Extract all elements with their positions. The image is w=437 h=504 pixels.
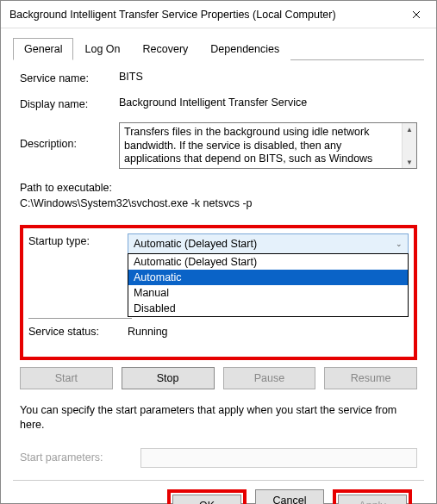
start-params-note: You can specify the start parameters tha… xyxy=(20,403,417,432)
startup-option-delayed[interactable]: Automatic (Delayed Start) xyxy=(128,254,408,270)
description-label: Description: xyxy=(20,122,119,150)
startup-selected[interactable]: Automatic (Delayed Start) ⌄ xyxy=(128,233,409,254)
scroll-down-icon[interactable]: ▼ xyxy=(403,156,415,168)
cancel-button[interactable]: Cancel xyxy=(255,489,324,504)
startup-options-list: Automatic (Delayed Start) Automatic Manu… xyxy=(128,253,409,317)
dialog-footer: OK Cancel Apply xyxy=(13,489,424,504)
resume-button[interactable]: Resume xyxy=(324,367,417,389)
footer-separator xyxy=(13,480,424,481)
path-block: Path to executable: C:\Windows\System32\… xyxy=(20,181,417,211)
service-status-row: Service status: Running xyxy=(28,326,409,338)
tab-dependencies[interactable]: Dependencies xyxy=(199,38,290,60)
titlebar: Background Intelligent Transfer Service … xyxy=(1,1,436,28)
start-params-row: Start parameters: xyxy=(20,448,417,468)
service-name-value: BITS xyxy=(119,71,417,83)
service-status-value: Running xyxy=(128,326,168,338)
tab-general[interactable]: General xyxy=(13,38,73,60)
path-value: C:\Windows\System32\svchost.exe -k netsv… xyxy=(20,196,417,212)
scroll-up-icon[interactable]: ▲ xyxy=(403,123,415,135)
description-row: Description: Transfers files in the back… xyxy=(20,122,417,169)
description-box: Transfers files in the background using … xyxy=(119,122,417,169)
service-name-row: Service name: BITS xyxy=(20,71,417,84)
startup-label: Startup type: xyxy=(28,233,128,247)
chevron-down-icon: ⌄ xyxy=(396,240,403,248)
startup-dropdown[interactable]: Automatic (Delayed Start) ⌄ Automatic (D… xyxy=(128,233,409,254)
startup-option-disabled[interactable]: Disabled xyxy=(128,301,408,316)
service-name-label: Service name: xyxy=(20,71,119,84)
startup-option-manual[interactable]: Manual xyxy=(128,285,408,301)
start-button[interactable]: Start xyxy=(20,367,113,389)
properties-dialog: Background Intelligent Transfer Service … xyxy=(0,0,437,504)
description-scrollbar[interactable]: ▲ ▼ xyxy=(402,123,416,168)
display-name-row: Display name: Background Intelligent Tra… xyxy=(20,96,417,110)
tab-logon[interactable]: Log On xyxy=(73,38,131,60)
start-params-label: Start parameters: xyxy=(20,451,140,464)
description-text[interactable]: Transfers files in the background using … xyxy=(120,123,402,168)
dialog-body: General Log On Recovery Dependencies Ser… xyxy=(1,28,436,504)
display-name-label: Display name: xyxy=(20,96,119,110)
startup-option-automatic[interactable]: Automatic xyxy=(128,270,408,285)
tab-recovery[interactable]: Recovery xyxy=(132,38,200,60)
path-label: Path to executable: xyxy=(20,181,417,196)
ok-button[interactable]: OK xyxy=(172,495,241,504)
service-status-label: Service status: xyxy=(28,326,128,338)
startup-highlight-box: Startup type: Automatic (Delayed Start) … xyxy=(20,225,417,360)
display-name-value: Background Intelligent Transfer Service xyxy=(119,96,417,109)
control-buttons: Start Stop Pause Resume xyxy=(20,367,417,389)
pause-button[interactable]: Pause xyxy=(223,367,316,389)
stop-button[interactable]: Stop xyxy=(122,367,215,389)
close-button[interactable] xyxy=(396,1,436,28)
startup-selected-text: Automatic (Delayed Start) xyxy=(134,238,257,250)
apply-button[interactable]: Apply xyxy=(338,495,407,504)
tab-page-general: Service name: BITS Display name: Backgro… xyxy=(13,60,424,475)
startup-row: Startup type: Automatic (Delayed Start) … xyxy=(28,233,409,254)
window-title: Background Intelligent Transfer Service … xyxy=(9,9,396,21)
apply-highlight: Apply xyxy=(333,489,412,504)
close-icon xyxy=(412,10,421,19)
ok-highlight: OK xyxy=(167,489,247,504)
divider xyxy=(28,318,132,319)
tab-bar: General Log On Recovery Dependencies xyxy=(13,37,424,60)
start-params-input[interactable] xyxy=(140,448,417,468)
